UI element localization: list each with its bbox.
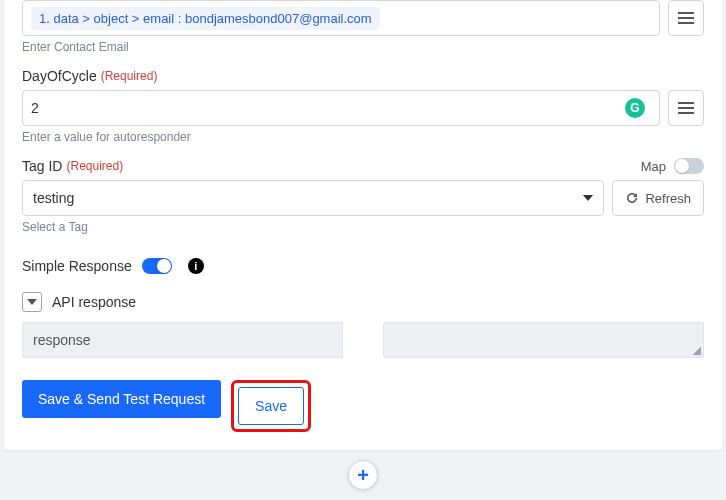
dayofcycle-label-row: DayOfCycle (Required) — [22, 68, 704, 84]
dayofcycle-label: DayOfCycle — [22, 68, 97, 84]
simple-response-row: Simple Response i — [22, 258, 704, 274]
email-field-row: 1. data > object > email : bondjamesbond… — [22, 0, 704, 36]
tagid-required: (Required) — [66, 159, 123, 173]
refresh-button[interactable]: Refresh — [612, 180, 704, 216]
info-icon[interactable]: i — [188, 258, 204, 274]
save-send-test-button[interactable]: Save & Send Test Request — [22, 380, 221, 418]
map-toggle[interactable] — [674, 158, 704, 174]
api-response-right[interactable] — [383, 322, 704, 358]
dayofcycle-hint: Enter a value for autoresponder — [22, 130, 704, 144]
simple-response-toggle[interactable] — [142, 258, 172, 274]
dayofcycle-input[interactable]: 2 G — [22, 90, 660, 126]
tagid-hint: Select a Tag — [22, 220, 704, 234]
email-pill[interactable]: 1. data > object > email : bondjamesbond… — [31, 7, 380, 30]
refresh-icon — [625, 191, 639, 205]
simple-response-label: Simple Response — [22, 258, 132, 274]
api-response-body: response — [22, 322, 704, 358]
map-toggle-group: Map — [641, 158, 704, 174]
dayofcycle-row: 2 G — [22, 90, 704, 126]
plus-icon: + — [357, 464, 369, 487]
tagid-label-row: Tag ID (Required) Map — [22, 158, 704, 174]
email-input[interactable]: 1. data > object > email : bondjamesbond… — [22, 0, 660, 36]
save-highlight: Save — [231, 380, 311, 432]
api-response-expand[interactable] — [22, 292, 42, 312]
tagid-value: testing — [33, 190, 74, 206]
api-response-left[interactable]: response — [22, 322, 343, 358]
email-hint: Enter Contact Email — [22, 40, 704, 54]
form-card: 1. data > object > email : bondjamesbond… — [4, 0, 722, 450]
email-options-button[interactable] — [668, 0, 704, 36]
tagid-label-group: Tag ID (Required) — [22, 158, 123, 174]
tagid-row: testing Refresh — [22, 180, 704, 216]
refresh-label: Refresh — [645, 191, 691, 206]
caret-down-icon — [583, 195, 593, 201]
api-response-left-value: response — [33, 332, 91, 348]
chevron-down-icon — [27, 299, 37, 305]
tagid-label: Tag ID — [22, 158, 62, 174]
dayofcycle-value: 2 — [31, 100, 625, 116]
grammarly-icon[interactable]: G — [625, 98, 645, 118]
add-step-button[interactable]: + — [348, 460, 378, 490]
api-response-label: API response — [52, 294, 136, 310]
dayofcycle-options-button[interactable] — [668, 90, 704, 126]
tagid-select[interactable]: testing — [22, 180, 604, 216]
hamburger-icon — [678, 102, 694, 114]
action-button-row: Save & Send Test Request Save — [22, 380, 704, 432]
save-button[interactable]: Save — [238, 387, 304, 425]
dayofcycle-required: (Required) — [101, 69, 158, 83]
map-label: Map — [641, 159, 666, 174]
api-response-header: API response — [22, 292, 704, 312]
hamburger-icon — [678, 12, 694, 24]
